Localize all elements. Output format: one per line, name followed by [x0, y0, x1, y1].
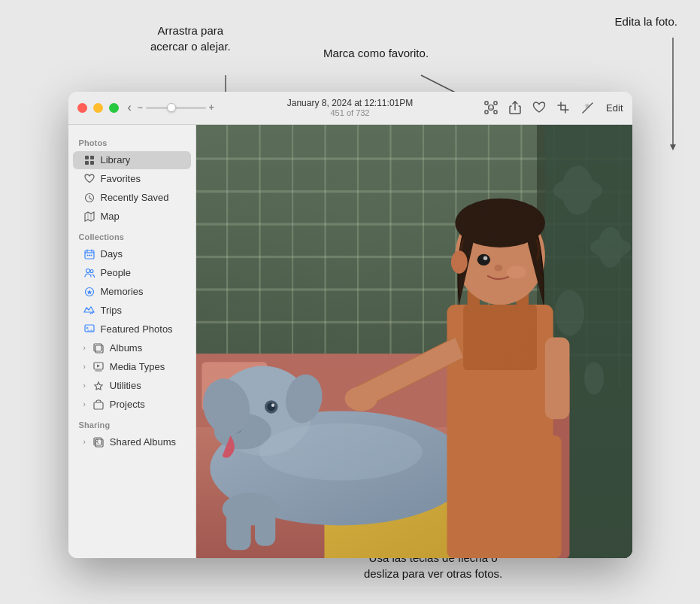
- svg-marker-5: [670, 144, 676, 150]
- svg-point-28: [90, 254, 92, 256]
- annotation-favorite: Marca como favorito.: [323, 45, 429, 61]
- traffic-lights: [77, 103, 119, 113]
- svg-rect-15: [85, 156, 89, 159]
- sidebar-item-days[interactable]: Days: [73, 245, 191, 263]
- featured-photos-icon: [83, 323, 95, 335]
- svg-rect-39: [94, 402, 103, 409]
- zoom-track[interactable]: [146, 107, 206, 109]
- media-types-label: Media Types: [110, 361, 165, 372]
- featured-photos-label: Featured Photos: [101, 323, 173, 335]
- svg-rect-17: [85, 161, 89, 165]
- collections-section-label: Collections: [68, 226, 195, 244]
- crop-button[interactable]: [555, 99, 571, 116]
- recently-saved-label: Recently Saved: [101, 192, 169, 203]
- svg-rect-8: [485, 102, 488, 105]
- sidebar-item-projects[interactable]: › Projects: [73, 396, 191, 414]
- edit-button[interactable]: Edit: [606, 102, 623, 114]
- sharing-section-label: Sharing: [68, 414, 195, 433]
- face-detect-button[interactable]: [483, 99, 499, 116]
- days-label: Days: [101, 248, 123, 260]
- projects-chevron-icon: ›: [83, 400, 86, 408]
- sidebar-item-albums[interactable]: › Albums: [73, 339, 191, 357]
- utilities-icon: [92, 380, 105, 392]
- svg-point-29: [86, 269, 89, 272]
- photo-info: January 8, 2024 at 12:11:01PM 451 of 732: [287, 98, 413, 117]
- close-button[interactable]: [77, 103, 87, 113]
- sidebar-item-shared-albums[interactable]: › Shared Albums: [73, 433, 191, 451]
- albums-chevron-icon: ›: [83, 344, 86, 352]
- photo-display: [196, 125, 632, 558]
- svg-point-13: [489, 106, 490, 107]
- sidebar-item-recently-saved[interactable]: Recently Saved: [73, 189, 191, 207]
- annotation-edit: Edita la foto.: [615, 14, 677, 29]
- zoom-plus-icon: +: [209, 102, 214, 113]
- sidebar-item-favorites[interactable]: Favorites: [73, 170, 191, 188]
- sidebar-item-trips[interactable]: Trips: [73, 302, 191, 320]
- sidebar: Photos Library F: [68, 125, 196, 558]
- svg-point-30: [90, 269, 93, 272]
- sidebar-item-map[interactable]: Map: [73, 208, 191, 226]
- people-label: People: [101, 267, 131, 278]
- zoom-slider-container[interactable]: − +: [138, 102, 214, 113]
- media-types-chevron-icon: ›: [83, 363, 86, 371]
- shared-albums-label: Shared Albums: [110, 436, 176, 448]
- people-icon: [83, 267, 95, 279]
- shared-albums-chevron-icon: ›: [83, 438, 86, 446]
- shared-albums-icon: [92, 436, 105, 448]
- enhance-button[interactable]: [579, 99, 595, 116]
- svg-rect-109: [196, 125, 632, 558]
- sidebar-item-utilities[interactable]: › Utilities: [73, 377, 191, 395]
- share-button[interactable]: [507, 99, 523, 116]
- content-area: Photos Library F: [68, 125, 632, 558]
- projects-icon: [92, 399, 105, 411]
- svg-point-14: [492, 106, 492, 107]
- photos-section-label: Photos: [68, 132, 195, 150]
- svg-rect-11: [494, 111, 497, 114]
- trips-icon: [83, 305, 95, 317]
- memories-icon: [83, 286, 95, 298]
- app-window: ‹ − + January 8, 2024 at 12:11:01PM 451 …: [68, 92, 632, 558]
- days-icon: [83, 248, 95, 260]
- titlebar: ‹ − + January 8, 2024 at 12:11:01PM 451 …: [68, 92, 632, 125]
- sidebar-item-people[interactable]: People: [73, 264, 191, 282]
- sidebar-item-featured-photos[interactable]: Featured Photos: [73, 320, 191, 338]
- map-icon: [83, 211, 95, 223]
- heart-icon: [83, 173, 95, 185]
- map-label: Map: [101, 211, 120, 222]
- albums-icon: [92, 342, 105, 354]
- minimize-button[interactable]: [93, 103, 103, 113]
- annotation-drag: Arrastra para acercar o alejar.: [150, 23, 231, 54]
- memories-label: Memories: [101, 286, 144, 297]
- svg-marker-37: [97, 364, 100, 367]
- projects-label: Projects: [110, 399, 145, 410]
- svg-rect-10: [485, 111, 488, 114]
- grid-icon: [83, 154, 95, 166]
- trips-label: Trips: [101, 305, 122, 316]
- albums-label: Albums: [110, 342, 142, 354]
- sidebar-item-memories[interactable]: Memories: [73, 283, 191, 301]
- svg-point-27: [89, 254, 90, 256]
- sidebar-item-library[interactable]: Library: [73, 151, 191, 169]
- maximize-button[interactable]: [109, 103, 119, 113]
- sidebar-item-media-types[interactable]: › Media Types: [73, 358, 191, 376]
- photo-count: 451 of 732: [287, 108, 413, 117]
- utilities-chevron-icon: ›: [83, 381, 86, 390]
- back-button[interactable]: ‹: [125, 99, 135, 116]
- favorites-label: Favorites: [101, 173, 141, 184]
- library-label: Library: [101, 154, 131, 165]
- favorite-button[interactable]: [531, 99, 547, 116]
- zoom-thumb[interactable]: [167, 103, 176, 112]
- svg-point-33: [86, 326, 88, 329]
- nav-controls: ‹: [125, 99, 135, 116]
- svg-rect-18: [90, 161, 94, 165]
- photo-image: [196, 125, 632, 558]
- zoom-minus-icon: −: [138, 102, 143, 113]
- svg-point-26: [86, 254, 88, 256]
- svg-rect-9: [494, 102, 497, 105]
- photo-date: January 8, 2024 at 12:11:01PM: [287, 98, 413, 108]
- clock-icon: [83, 192, 95, 204]
- svg-point-42: [95, 439, 98, 442]
- utilities-label: Utilities: [110, 380, 141, 391]
- svg-rect-16: [90, 156, 94, 159]
- toolbar-actions: Edit: [483, 99, 623, 116]
